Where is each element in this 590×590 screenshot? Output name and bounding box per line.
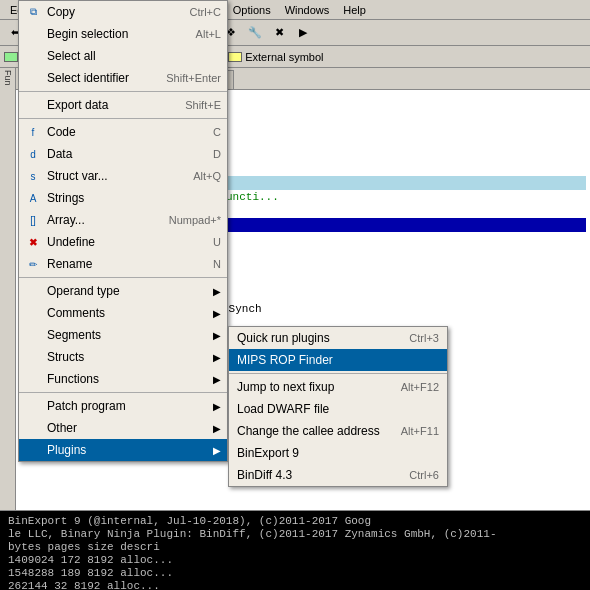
change-callee-shortcut: Alt+F11 [401,425,439,437]
menu-sep-4 [19,392,227,393]
plugins-arrow: ▶ [213,445,221,456]
select-identifier-shortcut: Shift+Enter [166,72,221,84]
menu-item-select-identifier[interactable]: Select identifier Shift+Enter [19,67,227,89]
copy-label: Copy [47,5,75,19]
submenu-bindiff[interactable]: BinDiff 4.3 Ctrl+6 [229,464,447,486]
mips-rop-label: MIPS ROP Finder [237,353,333,367]
menu-item-code[interactable]: f Code C [19,121,227,143]
menu-item-undefine[interactable]: ✖ Undefine U [19,231,227,253]
select-all-label: Select all [47,49,96,63]
jump-next-fixup-shortcut: Alt+F12 [401,381,439,393]
menu-sep-3 [19,277,227,278]
undefine-shortcut: U [213,236,221,248]
data-shortcut: D [213,148,221,160]
menu-item-copy[interactable]: ⧉ Copy Ctrl+C [19,1,227,23]
load-dwarf-label: Load DWARF file [237,402,329,416]
export-data-label: Export data [47,98,108,112]
code-shortcut: C [213,126,221,138]
comments-arrow: ▶ [213,308,221,319]
quick-run-label: Quick run plugins [237,331,330,345]
export-data-shortcut: Shift+E [185,99,221,111]
menu-item-data[interactable]: d Data D [19,143,227,165]
rename-icon: ✏ [23,256,43,272]
quick-run-shortcut: Ctrl+3 [409,332,439,344]
menu-sep-2 [19,118,227,119]
other-arrow: ▶ [213,423,221,434]
menu-item-comments[interactable]: Comments ▶ [19,302,227,324]
array-icon: [] [23,212,43,228]
binexport-label: BinExport 9 [237,446,299,460]
bindiff-shortcut: Ctrl+6 [409,469,439,481]
menu-sep-1 [19,91,227,92]
code-icon: f [23,124,43,140]
strings-icon: A [23,190,43,206]
data-icon: d [23,146,43,162]
menu-item-other[interactable]: Other ▶ [19,417,227,439]
submenu-quick-run[interactable]: Quick run plugins Ctrl+3 [229,327,447,349]
copy-shortcut: Ctrl+C [190,6,221,18]
context-menu: ⧉ Copy Ctrl+C Begin selection Alt+L Sele… [18,0,228,462]
undefine-label: Undefine [47,235,95,249]
array-label: Array... [47,213,85,227]
menu-item-functions[interactable]: Functions ▶ [19,368,227,390]
menu-item-export-data[interactable]: Export data Shift+E [19,94,227,116]
menu-item-segments[interactable]: Segments ▶ [19,324,227,346]
submenu-mips-rop[interactable]: MIPS ROP Finder [229,349,447,371]
submenu-jump-next-fixup[interactable]: Jump to next fixup Alt+F12 [229,376,447,398]
functions-arrow: ▶ [213,374,221,385]
change-callee-label: Change the callee address [237,424,380,438]
menu-item-select-all[interactable]: Select all [19,45,227,67]
code-label: Code [47,125,76,139]
submenu-plugins: Quick run plugins Ctrl+3 MIPS ROP Finder… [228,326,448,487]
begin-selection-label: Begin selection [47,27,128,41]
structs-arrow: ▶ [213,352,221,363]
segments-label: Segments [47,328,101,342]
plugins-label: Plugins [47,443,86,457]
strings-label: Strings [47,191,84,205]
select-identifier-label: Select identifier [47,71,129,85]
menu-item-struct-var[interactable]: s Struct var... Alt+Q [19,165,227,187]
submenu-load-dwarf[interactable]: Load DWARF file [229,398,447,420]
structs-label: Structs [47,350,84,364]
patch-program-arrow: ▶ [213,401,221,412]
bindiff-label: BinDiff 4.3 [237,468,292,482]
patch-program-label: Patch program [47,399,126,413]
menu-item-operand-type[interactable]: Operand type ▶ [19,280,227,302]
jump-next-fixup-label: Jump to next fixup [237,380,334,394]
segments-arrow: ▶ [213,330,221,341]
menu-item-begin-selection[interactable]: Begin selection Alt+L [19,23,227,45]
copy-icon: ⧉ [23,4,43,20]
menu-item-strings[interactable]: A Strings [19,187,227,209]
functions-label: Functions [47,372,99,386]
begin-selection-shortcut: Alt+L [196,28,221,40]
data-label: Data [47,147,72,161]
rename-shortcut: N [213,258,221,270]
menu-item-structs[interactable]: Structs ▶ [19,346,227,368]
submenu-binexport[interactable]: BinExport 9 [229,442,447,464]
comments-label: Comments [47,306,105,320]
operand-type-arrow: ▶ [213,286,221,297]
struct-var-label: Struct var... [47,169,108,183]
submenu-change-callee[interactable]: Change the callee address Alt+F11 [229,420,447,442]
menu-item-plugins[interactable]: Plugins ▶ [19,439,227,461]
operand-type-label: Operand type [47,284,120,298]
rename-label: Rename [47,257,92,271]
context-menu-overlay: ⧉ Copy Ctrl+C Begin selection Alt+L Sele… [0,0,590,590]
submenu-sep-1 [229,373,447,374]
undefine-icon: ✖ [23,234,43,250]
other-label: Other [47,421,77,435]
menu-item-patch-program[interactable]: Patch program ▶ [19,395,227,417]
struct-var-icon: s [23,168,43,184]
menu-item-rename[interactable]: ✏ Rename N [19,253,227,275]
array-shortcut: Numpad+* [169,214,221,226]
menu-item-array[interactable]: [] Array... Numpad+* [19,209,227,231]
struct-var-shortcut: Alt+Q [193,170,221,182]
